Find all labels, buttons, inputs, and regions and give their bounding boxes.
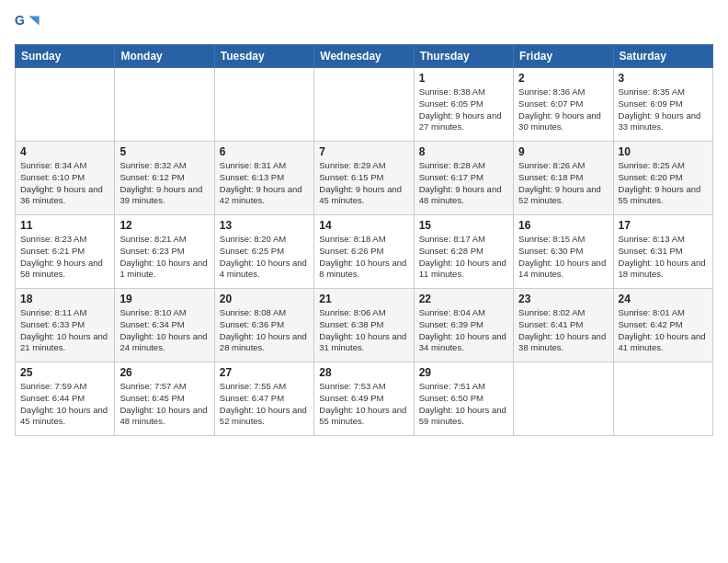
- day-number: 5: [119, 145, 209, 158]
- calendar-cell: 29Sunrise: 7:51 AM Sunset: 6:50 PM Dayli…: [414, 362, 513, 436]
- day-info: Sunrise: 8:04 AM Sunset: 6:39 PM Dayligh…: [419, 307, 508, 354]
- day-info: Sunrise: 8:11 AM Sunset: 6:33 PM Dayligh…: [20, 307, 109, 354]
- day-info: Sunrise: 8:18 AM Sunset: 6:26 PM Dayligh…: [319, 234, 408, 281]
- day-info: Sunrise: 8:10 AM Sunset: 6:34 PM Dayligh…: [119, 307, 209, 354]
- calendar-weekday-saturday: Saturday: [613, 45, 712, 68]
- calendar-cell: 20Sunrise: 8:08 AM Sunset: 6:36 PM Dayli…: [214, 289, 313, 362]
- day-number: 23: [518, 293, 608, 305]
- day-info: Sunrise: 8:38 AM Sunset: 6:05 PM Dayligh…: [419, 86, 508, 133]
- day-number: 28: [319, 366, 408, 379]
- calendar-week-row: 1Sunrise: 8:38 AM Sunset: 6:05 PM Daylig…: [16, 68, 713, 142]
- day-number: 26: [119, 366, 209, 379]
- calendar-cell: 23Sunrise: 8:02 AM Sunset: 6:41 PM Dayli…: [514, 289, 613, 362]
- day-number: 25: [20, 366, 109, 379]
- calendar-cell: 16Sunrise: 8:15 AM Sunset: 6:30 PM Dayli…: [514, 215, 613, 289]
- calendar-cell: 6Sunrise: 8:31 AM Sunset: 6:13 PM Daylig…: [214, 142, 313, 215]
- day-number: 27: [220, 366, 309, 379]
- day-number: 6: [220, 145, 309, 158]
- calendar-weekday-monday: Monday: [115, 45, 214, 68]
- day-info: Sunrise: 7:51 AM Sunset: 6:50 PM Dayligh…: [419, 381, 508, 428]
- svg-text:G: G: [15, 13, 25, 28]
- calendar-cell: 4Sunrise: 8:34 AM Sunset: 6:10 PM Daylig…: [16, 142, 115, 215]
- calendar-weekday-thursday: Thursday: [414, 45, 513, 68]
- calendar-week-row: 11Sunrise: 8:23 AM Sunset: 6:21 PM Dayli…: [16, 215, 713, 289]
- day-info: Sunrise: 8:29 AM Sunset: 6:15 PM Dayligh…: [319, 160, 408, 207]
- calendar-cell: 18Sunrise: 8:11 AM Sunset: 6:33 PM Dayli…: [16, 289, 115, 362]
- day-number: 15: [419, 219, 508, 232]
- logo: G: [15, 11, 44, 37]
- day-number: 14: [319, 219, 408, 232]
- calendar-cell: 26Sunrise: 7:57 AM Sunset: 6:45 PM Dayli…: [115, 362, 214, 436]
- day-number: 11: [20, 219, 109, 232]
- calendar-cell: [514, 362, 613, 436]
- day-number: 2: [518, 72, 608, 85]
- day-number: 7: [319, 145, 408, 158]
- calendar-cell: 25Sunrise: 7:59 AM Sunset: 6:44 PM Dayli…: [16, 362, 115, 436]
- calendar-cell: 19Sunrise: 8:10 AM Sunset: 6:34 PM Dayli…: [115, 289, 214, 362]
- calendar-week-row: 4Sunrise: 8:34 AM Sunset: 6:10 PM Daylig…: [16, 142, 713, 215]
- day-number: 12: [119, 219, 209, 232]
- day-info: Sunrise: 8:20 AM Sunset: 6:25 PM Dayligh…: [220, 234, 309, 281]
- calendar-cell: 13Sunrise: 8:20 AM Sunset: 6:25 PM Dayli…: [214, 215, 313, 289]
- day-info: Sunrise: 8:06 AM Sunset: 6:38 PM Dayligh…: [319, 307, 408, 354]
- calendar-cell: [115, 68, 214, 142]
- calendar-cell: 21Sunrise: 8:06 AM Sunset: 6:38 PM Dayli…: [314, 289, 414, 362]
- calendar-cell: 14Sunrise: 8:18 AM Sunset: 6:26 PM Dayli…: [314, 215, 414, 289]
- day-info: Sunrise: 8:25 AM Sunset: 6:20 PM Dayligh…: [619, 160, 708, 207]
- header: G: [15, 11, 713, 37]
- day-info: Sunrise: 8:35 AM Sunset: 6:09 PM Dayligh…: [619, 86, 708, 133]
- calendar-cell: 12Sunrise: 8:21 AM Sunset: 6:23 PM Dayli…: [115, 215, 214, 289]
- calendar-cell: 22Sunrise: 8:04 AM Sunset: 6:39 PM Dayli…: [414, 289, 513, 362]
- day-info: Sunrise: 8:31 AM Sunset: 6:13 PM Dayligh…: [220, 160, 309, 207]
- calendar-cell: 28Sunrise: 7:53 AM Sunset: 6:49 PM Dayli…: [314, 362, 414, 436]
- day-info: Sunrise: 7:53 AM Sunset: 6:49 PM Dayligh…: [319, 381, 408, 428]
- day-number: 4: [20, 145, 109, 158]
- calendar-cell: 8Sunrise: 8:28 AM Sunset: 6:17 PM Daylig…: [414, 142, 513, 215]
- day-info: Sunrise: 7:55 AM Sunset: 6:47 PM Dayligh…: [220, 381, 309, 428]
- day-info: Sunrise: 8:15 AM Sunset: 6:30 PM Dayligh…: [518, 234, 608, 281]
- calendar-weekday-friday: Friday: [514, 45, 613, 68]
- day-info: Sunrise: 8:26 AM Sunset: 6:18 PM Dayligh…: [518, 160, 608, 207]
- day-number: 29: [419, 366, 508, 379]
- day-info: Sunrise: 8:21 AM Sunset: 6:23 PM Dayligh…: [119, 234, 209, 281]
- calendar-cell: 11Sunrise: 8:23 AM Sunset: 6:21 PM Dayli…: [16, 215, 115, 289]
- calendar-cell: 5Sunrise: 8:32 AM Sunset: 6:12 PM Daylig…: [115, 142, 214, 215]
- day-number: 1: [419, 72, 508, 85]
- day-number: 20: [220, 293, 309, 305]
- calendar-cell: 1Sunrise: 8:38 AM Sunset: 6:05 PM Daylig…: [414, 68, 513, 142]
- calendar-weekday-tuesday: Tuesday: [214, 45, 313, 68]
- day-number: 3: [619, 72, 708, 85]
- calendar-cell: 24Sunrise: 8:01 AM Sunset: 6:42 PM Dayli…: [613, 289, 712, 362]
- calendar-cell: [613, 362, 712, 436]
- day-info: Sunrise: 8:32 AM Sunset: 6:12 PM Dayligh…: [119, 160, 209, 207]
- day-info: Sunrise: 8:28 AM Sunset: 6:17 PM Dayligh…: [419, 160, 508, 207]
- day-number: 8: [419, 145, 508, 158]
- day-number: 17: [619, 219, 708, 232]
- calendar-weekday-wednesday: Wednesday: [314, 45, 414, 68]
- calendar-table: SundayMondayTuesdayWednesdayThursdayFrid…: [15, 44, 713, 436]
- day-number: 22: [419, 293, 508, 305]
- day-info: Sunrise: 8:08 AM Sunset: 6:36 PM Dayligh…: [220, 307, 309, 354]
- calendar-cell: [214, 68, 313, 142]
- day-info: Sunrise: 8:17 AM Sunset: 6:28 PM Dayligh…: [419, 234, 508, 281]
- calendar-cell: 15Sunrise: 8:17 AM Sunset: 6:28 PM Dayli…: [414, 215, 513, 289]
- calendar-cell: [314, 68, 414, 142]
- day-number: 9: [518, 145, 608, 158]
- calendar-cell: 9Sunrise: 8:26 AM Sunset: 6:18 PM Daylig…: [514, 142, 613, 215]
- page: G SundayMondayTuesdayWednesdayThursdayFr…: [0, 0, 728, 563]
- calendar-cell: 2Sunrise: 8:36 AM Sunset: 6:07 PM Daylig…: [514, 68, 613, 142]
- calendar-cell: 17Sunrise: 8:13 AM Sunset: 6:31 PM Dayli…: [613, 215, 712, 289]
- day-info: Sunrise: 7:57 AM Sunset: 6:45 PM Dayligh…: [119, 381, 209, 428]
- calendar-cell: 10Sunrise: 8:25 AM Sunset: 6:20 PM Dayli…: [613, 142, 712, 215]
- day-number: 18: [20, 293, 109, 305]
- svg-marker-1: [28, 17, 39, 26]
- day-number: 21: [319, 293, 408, 305]
- day-number: 16: [518, 219, 608, 232]
- day-info: Sunrise: 8:02 AM Sunset: 6:41 PM Dayligh…: [518, 307, 608, 354]
- day-info: Sunrise: 8:36 AM Sunset: 6:07 PM Dayligh…: [518, 86, 608, 133]
- day-info: Sunrise: 7:59 AM Sunset: 6:44 PM Dayligh…: [20, 381, 109, 428]
- day-info: Sunrise: 8:23 AM Sunset: 6:21 PM Dayligh…: [20, 234, 109, 281]
- logo-icon: G: [15, 11, 40, 37]
- day-number: 24: [619, 293, 708, 305]
- calendar-week-row: 25Sunrise: 7:59 AM Sunset: 6:44 PM Dayli…: [16, 362, 713, 436]
